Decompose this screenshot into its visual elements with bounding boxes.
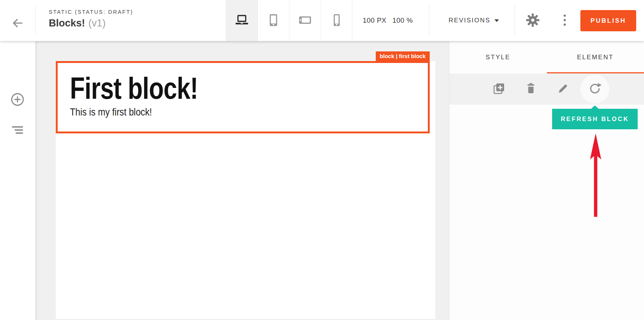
- tab-element[interactable]: ELEMENT: [547, 41, 644, 73]
- left-toolbar: [0, 41, 35, 320]
- layers-icon: [11, 126, 24, 136]
- page-frame[interactable]: block | first block First block! This is…: [56, 61, 435, 319]
- refresh-icon: [587, 81, 602, 97]
- mobile-portrait-icon: [329, 13, 344, 29]
- add-block-button[interactable]: [10, 92, 25, 107]
- gear-icon: [525, 13, 540, 29]
- top-bar: STATIC (STATUS: DRAFT) Blocks!(v1): [0, 0, 644, 41]
- revisions-label: REVISIONS: [449, 17, 490, 24]
- plus-circle-icon: [10, 92, 25, 108]
- block-paragraph[interactable]: This is my first block!: [70, 106, 385, 118]
- canvas-zoom-value: 100 %: [393, 16, 413, 25]
- document-header: STATIC (STATUS: DRAFT) Blocks!(v1): [49, 9, 133, 29]
- canvas-dimensions: 100 PX 100 %: [363, 0, 413, 41]
- kebab-menu-icon: [563, 14, 566, 27]
- laptop-icon: [234, 14, 250, 28]
- block-heading[interactable]: First block!: [70, 74, 356, 102]
- pencil-icon: [556, 82, 570, 97]
- publish-button[interactable]: PUBLISH: [580, 10, 636, 31]
- tablet-icon: [266, 13, 281, 29]
- refresh-button[interactable]: [579, 73, 611, 105]
- trash-icon: [524, 82, 538, 97]
- canvas-width-value: 100 PX: [363, 16, 387, 25]
- refresh-tooltip: REFRESH BLOCK: [552, 109, 638, 129]
- device-button-tablet[interactable]: [257, 0, 289, 41]
- duplicate-icon: [491, 81, 506, 97]
- selected-block[interactable]: block | first block First block! This is…: [56, 61, 430, 133]
- duplicate-button[interactable]: [483, 73, 515, 105]
- device-button-mobile-landscape[interactable]: [289, 0, 321, 41]
- divider: [429, 5, 429, 35]
- settings-button[interactable]: [525, 13, 540, 28]
- element-toolbar: [449, 73, 644, 105]
- page-title: Blocks!(v1): [49, 18, 133, 29]
- layers-button[interactable]: [10, 126, 25, 136]
- back-arrow-icon: [10, 16, 25, 31]
- divider: [35, 5, 36, 35]
- more-options-button[interactable]: [559, 14, 571, 27]
- delete-button[interactable]: [515, 73, 547, 105]
- page-version: (v1): [89, 18, 106, 29]
- editor-app: STATIC (STATUS: DRAFT) Blocks!(v1): [0, 0, 644, 320]
- tab-style[interactable]: STYLE: [449, 41, 547, 73]
- device-switcher: [226, 0, 352, 41]
- selected-block-badge: block | first block: [376, 51, 430, 61]
- canvas: block | first block First block! This is…: [35, 41, 449, 320]
- page-title-text: Blocks!: [49, 18, 85, 29]
- device-button-desktop[interactable]: [226, 0, 257, 41]
- red-arrow-annotation: [589, 133, 602, 217]
- status-label: STATIC (STATUS: DRAFT): [49, 9, 133, 15]
- revisions-button[interactable]: REVISIONS: [438, 0, 510, 41]
- panel-tabs: STYLE ELEMENT: [449, 41, 644, 73]
- edit-button[interactable]: [547, 73, 579, 105]
- right-panel: STYLE ELEMENT: [449, 41, 644, 320]
- caret-down-icon: [494, 19, 499, 22]
- device-button-mobile-portrait[interactable]: [321, 0, 352, 41]
- divider: [515, 5, 515, 35]
- mobile-landscape-icon: [298, 13, 313, 29]
- back-button[interactable]: [10, 16, 25, 31]
